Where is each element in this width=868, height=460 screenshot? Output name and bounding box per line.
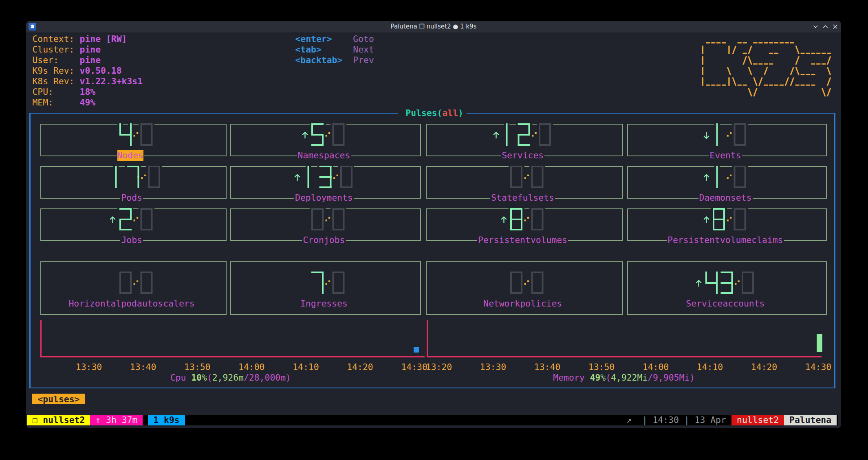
titlebar[interactable]: Palutena ❐ nullset2 ● 1 k9s (26, 21, 841, 33)
window-title: Palutena ❐ nullset2 ● 1 k9s (26, 21, 841, 32)
close-icon[interactable] (833, 24, 838, 29)
maximize-icon[interactable] (823, 24, 828, 29)
minimize-icon[interactable] (813, 24, 818, 29)
terminal-window: Palutena ❐ nullset2 ● 1 k9s (26, 21, 841, 428)
desktop: Palutena ❐ nullset2 ● 1 k9s Context:pine… (0, 0, 868, 460)
